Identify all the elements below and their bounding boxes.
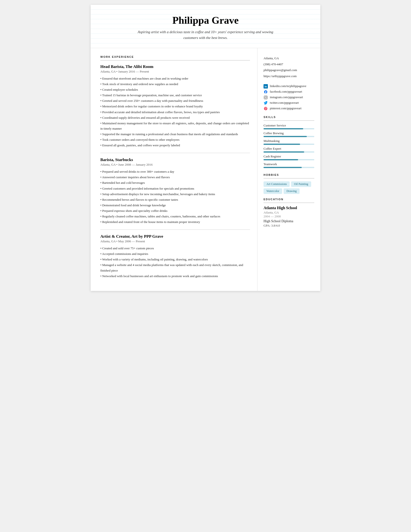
list-item: Created and sold over 75+ custom pieces [100,246,250,251]
skill-4: Coffee Expert [263,147,314,152]
job-separator [100,153,250,153]
skill-6-name: Teamwork [263,162,314,166]
linkedin-icon: in [263,84,268,88]
list-item: Trained 15 baristas in beverage preparat… [100,93,250,98]
list-item: Replenished and rotated front of the hou… [100,219,250,225]
hobby-tag-2: Oil Painting [291,181,311,187]
main-column: WORK EXPERIENCE Head Barista, The Alibi … [91,48,257,291]
list-item: Demonstrated food and drink beverage kno… [100,203,250,208]
list-item: Took customer orders and conveyed them t… [100,137,250,142]
work-divider [100,60,250,60]
skill-6-bar-bg [263,167,314,168]
job-3-meta: Atlanta, GA • May 2006 — Present [100,239,250,243]
resume-container: Philippa Grave Aspiring artist with a de… [91,5,320,291]
list-item: Supported the manager in running a profe… [100,132,250,137]
side-column: Atlanta, GA (398) 470-4407 philippagrave… [257,48,320,291]
job-1-title: Head Barista, The Alibi Room [100,64,250,69]
skill-2-name: Coffee Brewing [263,131,314,135]
list-item: Memorized drink orders for regular custo… [100,104,250,109]
instagram-icon [263,95,268,100]
skill-2-bar-fill [263,136,307,137]
social-links: in linkedin.com/in/philippagrave faceboo… [263,84,314,111]
list-item: Greeted customers and provided informati… [100,186,250,191]
edu-years: 2004 — 2008 [263,215,314,218]
skill-5: Cash Register [263,154,314,160]
contact-website: https://artbypppgrave.com [263,73,314,79]
job-2: Barista, Starbucks Atlanta, GA • June 20… [100,157,250,225]
svg-point-1 [265,96,267,98]
pinterest-handle: pinterest.com/pppgraveart [270,107,301,110]
skill-3-bar-bg [263,144,314,145]
list-item: Maintained money management for the stor… [100,121,250,131]
list-item: Answered customer inquiries about brews … [100,175,250,180]
job-separator [100,229,250,230]
skill-1-name: Customer Service [263,124,314,127]
list-item: Recommended brews and flavors to specifi… [100,197,250,202]
education-label: EDUCATION [263,198,314,201]
hobbies-tags: Art Commissions Oil Painting Watercolor … [263,181,314,194]
linkedin-handle: linkedin.com/in/philippagrave [270,84,306,88]
hobbies-label: HOBBIES [263,173,314,176]
list-item: Accepted commissions and inquiries [100,251,250,256]
pinterest-icon [263,106,268,111]
job-1: Head Barista, The Alibi Room Atlanta, GA… [100,64,250,148]
job-3: Artist & Creator, Art by PPP Grave Atlan… [100,234,250,279]
skill-1-bar-bg [263,128,314,129]
svg-rect-0 [264,96,267,99]
contact-email: philippagrave@gmail.com [263,67,314,73]
svg-point-2 [266,96,267,96]
skill-5-name: Cash Register [263,154,314,158]
edu-degree: High School Diploma [263,219,314,223]
skill-5-bar-bg [263,159,314,160]
list-item: Created employee schedules [100,87,250,92]
edu-school-name: Atlanta High School [263,206,314,210]
list-item: Coordinated supply deliveries and ensure… [100,115,250,120]
skill-6-bar-fill [263,167,302,168]
hobby-tag-1: Art Commissions [263,181,290,187]
skill-2: Coffee Brewing [263,131,314,137]
twitter-handle: twitter.com/pppgraveart [270,101,299,105]
hobbies-divider [263,178,314,179]
skill-4-bar-fill [263,151,304,152]
resume-header: Philippa Grave Aspiring artist with a de… [91,5,320,48]
skill-2-bar-bg [263,136,314,137]
social-facebook: facebook.com/pppgraveart [263,90,314,94]
skill-3-bar-fill [263,144,300,145]
list-item: Prepared espresso shots and speciality c… [100,208,250,214]
edu-gpa: GPA: 3.8/4.0 [263,224,314,228]
job-3-title: Artist & Creator, Art by PPP Grave [100,234,250,239]
skills-label: SKILLS [263,116,314,118]
education-divider [263,203,314,203]
facebook-icon [263,90,268,94]
job-1-meta: Atlanta, GA • January 2016 — Present [100,70,250,74]
social-pinterest: pinterest.com/pppgraveart [263,106,314,111]
contact-phone: (398) 470-4407 [263,61,314,67]
job-2-meta: Atlanta, GA • June 2008 — January 2016 [100,163,250,167]
skill-3: Multitasking [263,139,314,145]
list-item: Took stock of inventory and ordered new … [100,82,250,87]
social-twitter: twitter.com/pppgraveart [263,101,314,105]
hobby-tag-3: Watercolor [263,188,282,194]
work-experience-label: WORK EXPERIENCE [100,55,250,58]
contact-city: Atlanta, GA [263,55,314,61]
resume-body: WORK EXPERIENCE Head Barista, The Alibi … [91,48,320,291]
list-item: Prepared and served drinks to over 300+ … [100,169,250,174]
instagram-handle: instagram.com/pppgraveart [270,95,303,99]
skill-6: Teamwork [263,162,314,168]
list-item: Provided accurate and detailed informati… [100,110,250,115]
candidate-tagline: Aspiring artist with a delicious taste i… [133,29,278,41]
list-item: Greeted and served over 250+ customers a… [100,98,250,104]
list-item: Setup advertisement displays for new inc… [100,191,250,197]
social-instagram: instagram.com/pppgraveart [263,95,314,100]
job-3-bullets: Created and sold over 75+ custom pieces … [100,246,250,279]
edu-location: Atlanta, GA [263,211,314,215]
list-item: Managed a website and 4 social media pla… [100,262,250,273]
social-linkedin: in linkedin.com/in/philippagrave [263,84,314,88]
list-item: Networked with local businesses and art … [100,274,250,279]
skill-5-bar-fill [263,159,298,160]
job-2-title: Barista, Starbucks [100,157,250,162]
list-item: Regularly cleaned coffee machines, table… [100,214,250,219]
skill-4-bar-bg [263,151,314,152]
list-item: Ensured that storefront and machines are… [100,76,250,81]
job-1-bullets: Ensured that storefront and machines are… [100,76,250,148]
